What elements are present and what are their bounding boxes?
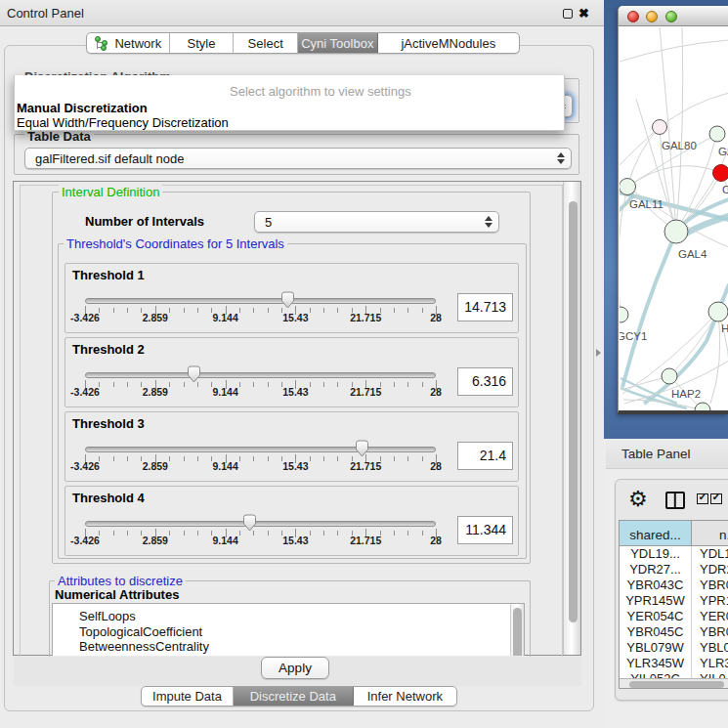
float-icon[interactable] <box>563 9 573 19</box>
network-node-green[interactable] <box>664 220 688 243</box>
slider-scale-label: -3.426 <box>56 312 114 323</box>
threshold-value-field[interactable]: 21.4 <box>457 442 513 470</box>
table-cell: YBR043C <box>620 578 692 593</box>
slider-scale-label: 9.144 <box>196 535 255 546</box>
table-header-row: shared...n... <box>620 521 728 546</box>
table-row[interactable]: YPR145WYPR1 <box>620 593 728 609</box>
slider-scale-label: 21.715 <box>336 312 395 323</box>
slider-thumb[interactable] <box>242 514 257 532</box>
network-node-green[interactable] <box>620 179 636 195</box>
node-attribute-table[interactable]: shared...n... YDL19...YDL1YDR27...YDR2YB… <box>619 520 728 689</box>
slider-scale-label: 9.144 <box>196 460 255 472</box>
algorithm-popup-item[interactable]: Manual Discretization <box>17 101 148 115</box>
attributes-scrollbar-thumb[interactable] <box>513 608 522 656</box>
attributes-scrollbar[interactable] <box>510 604 524 656</box>
slider-track[interactable] <box>85 447 436 452</box>
algorithm-popup-item[interactable]: Equal Width/Frequency Discretization <box>17 115 229 130</box>
table-row[interactable]: YDL19...YDL1 <box>620 546 728 562</box>
tab-select[interactable]: Select <box>234 33 298 53</box>
number-of-intervals-combobox[interactable]: 5 <box>254 211 499 233</box>
table-row[interactable]: YLR345WYLR3 <box>620 656 728 671</box>
table-row[interactable]: YBR043CYBR0 <box>620 578 728 593</box>
network-edge[interactable] <box>660 93 728 127</box>
slider-scale-label: 15.43 <box>266 460 324 472</box>
attribute-item[interactable]: BetweennessCentrality <box>79 639 209 654</box>
network-edge[interactable] <box>636 99 676 232</box>
table-cell: YBL0 <box>692 640 728 656</box>
table-column-header[interactable]: n... <box>692 521 728 546</box>
checkbox-icon[interactable]: ✓ <box>697 493 708 504</box>
slider-track[interactable] <box>85 372 436 378</box>
network-node-green[interactable] <box>708 302 728 321</box>
slider-scale-label: -3.426 <box>56 460 114 472</box>
close-icon[interactable]: ✖ <box>578 6 589 21</box>
network-edge[interactable] <box>620 40 728 62</box>
combo-arrows-icon <box>556 151 565 165</box>
tab-network[interactable]: Network <box>87 33 170 53</box>
network-node-label: H <box>721 322 728 334</box>
settings-scrollpane: Interval Definition Number of Intervals … <box>13 181 581 656</box>
apply-button[interactable]: Apply <box>261 657 329 679</box>
tab-cyni-toolbox[interactable]: Cyni Toolbox <box>298 33 378 53</box>
slider-scale-label: 21.715 <box>336 460 395 472</box>
tab-jactivemnodules[interactable]: jActiveMNodules <box>378 33 519 53</box>
slider-track[interactable] <box>85 521 436 527</box>
table-row[interactable]: YBL079WYBL0 <box>620 640 728 656</box>
network-node-label: GAL4 <box>678 248 707 260</box>
tab-discretize-data[interactable]: Discretize Data <box>234 687 354 706</box>
threshold-value-field[interactable]: 11.344 <box>457 516 513 544</box>
network-node-label: C <box>722 184 728 195</box>
table-row[interactable]: YER054CYER0 <box>620 609 728 624</box>
network-edge[interactable] <box>669 312 718 376</box>
network-edge[interactable] <box>627 127 660 187</box>
network-node-red[interactable] <box>713 165 728 182</box>
horizontal-scrollbar[interactable] <box>620 678 728 688</box>
numerical-attributes-list[interactable]: SelfLoopsTopologicalCoefficientBetweenne… <box>52 603 525 656</box>
network-node-pink[interactable] <box>653 120 667 135</box>
slider-thumb[interactable] <box>187 365 201 383</box>
attribute-item[interactable]: TopologicalCoefficient <box>79 624 202 639</box>
table-cell: YBR045C <box>620 624 692 640</box>
network-edge[interactable] <box>676 27 683 232</box>
splitpane-collapse-icon[interactable] <box>596 349 601 357</box>
network-edge[interactable] <box>620 127 660 165</box>
table-data-combobox[interactable]: galFiltered.sif default node <box>24 148 572 169</box>
slider-scale-label: 28 <box>407 386 465 398</box>
network-node-green[interactable] <box>620 307 628 322</box>
table-row[interactable]: YDR27...YDR2 <box>620 562 728 578</box>
close-red-icon[interactable] <box>627 11 639 22</box>
network-window-titlebar[interactable] <box>619 6 728 26</box>
threshold-value-field[interactable]: 6.316 <box>457 367 513 396</box>
tab-impute-data[interactable]: Impute Data <box>142 687 234 706</box>
network-node-green[interactable] <box>709 126 725 142</box>
network-node-green[interactable] <box>662 368 677 384</box>
network-canvas[interactable]: GAL80GACGAL11GAL4GCY1HHAP2 <box>620 27 728 410</box>
columns-icon[interactable] <box>665 492 685 509</box>
tab-style[interactable]: Style <box>170 33 235 53</box>
network-node-label: GAL80 <box>662 140 697 151</box>
checkbox-icon[interactable]: ✓ <box>710 493 722 504</box>
network-node-green[interactable] <box>695 403 710 410</box>
number-of-intervals-value: 5 <box>265 215 272 230</box>
slider-scale-label: -3.426 <box>56 386 114 398</box>
slider-scale-label: 2.859 <box>126 460 185 472</box>
table-column-header[interactable]: shared... <box>620 521 692 546</box>
slider-thumb[interactable] <box>280 291 295 309</box>
settings-scrollbar-thumb[interactable] <box>569 201 578 622</box>
table-row[interactable]: YBR045CYBR0 <box>620 624 728 640</box>
tab-infer-network[interactable]: Infer Network <box>354 687 456 706</box>
zoom-green-icon[interactable] <box>665 11 677 22</box>
threshold-panel: Threshold 3-3.4262.8599.14415.4321.71528… <box>64 411 519 482</box>
settings-scrollbar[interactable] <box>563 182 580 655</box>
horizontal-scrollbar-thumb[interactable] <box>629 681 724 688</box>
slider-thumb[interactable] <box>355 440 369 457</box>
threshold-value-field[interactable]: 14.713 <box>457 293 513 321</box>
control-panel-titlebar <box>0 0 604 26</box>
table-panel-title: Table Panel <box>621 447 691 461</box>
gear-icon[interactable]: ⚙ <box>628 489 648 510</box>
network-edge[interactable] <box>627 166 721 187</box>
slider-track[interactable] <box>85 298 436 304</box>
minimize-yellow-icon[interactable] <box>646 11 658 22</box>
attribute-item[interactable]: SelfLoops <box>79 609 136 623</box>
table-cell: YLR345W <box>620 656 692 671</box>
